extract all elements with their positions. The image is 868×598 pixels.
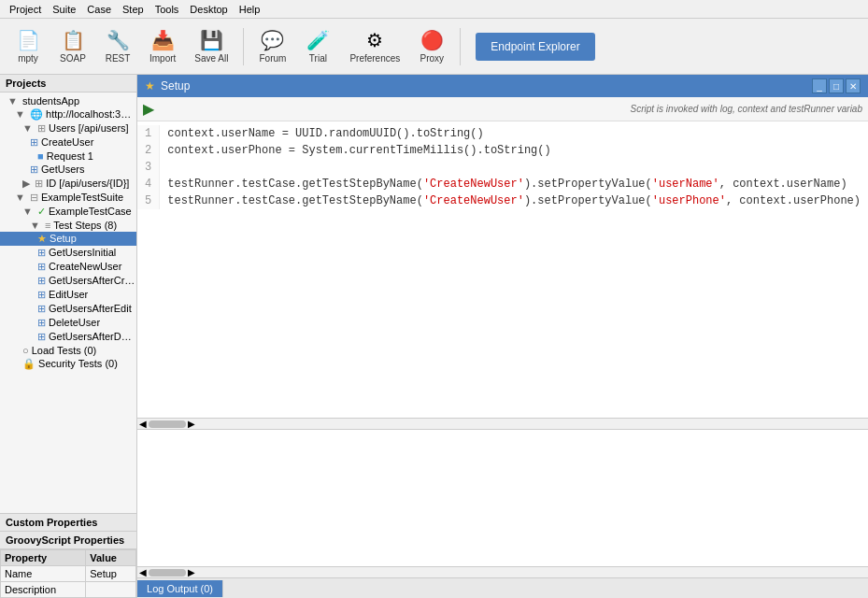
tree-create-new-user[interactable]: ⊞ CreateNewUser xyxy=(0,260,136,274)
tree-example-case[interactable]: ▼ ✓ ExampleTestCase xyxy=(0,205,136,219)
code-line-2: 2 context.userPhone = System.currentTime… xyxy=(137,142,868,159)
tree-users-resource[interactable]: ▼ ⊞ Users [/api/users] xyxy=(0,121,136,135)
tree-get-users-after-delete[interactable]: ⊞ GetUsersAfterDelete xyxy=(0,330,136,344)
output-panel: ◀ ▶ Log Output (0) xyxy=(137,430,868,598)
menu-case[interactable]: Case xyxy=(81,2,117,17)
expand-icon-case: ▼ xyxy=(22,206,33,217)
output-scroll-left[interactable]: ◀ xyxy=(139,567,147,577)
toolbar-rest-btn[interactable]: 🔧 REST xyxy=(97,25,138,67)
expand-icon-steps: ▼ xyxy=(30,220,40,231)
save-all-icon: 💾 xyxy=(200,29,223,51)
expand-icon-users: ▼ xyxy=(22,122,33,134)
line-num-1: 1 xyxy=(137,125,160,142)
steps-icon: ≡ xyxy=(45,220,50,231)
import-label: Import xyxy=(149,53,176,64)
tree-get-users-initial[interactable]: ⊞ GetUsersInitial xyxy=(0,246,136,260)
line-content-4: testRunner.testCase.getTestStepByName('C… xyxy=(160,176,854,192)
tree-users-label: Users [/api/users] xyxy=(49,122,129,134)
toolbar-trial-btn[interactable]: 🧪 Trial xyxy=(297,25,338,67)
close-panel-btn[interactable]: ✕ xyxy=(846,78,861,93)
line-num-3: 3 xyxy=(137,159,160,176)
property-value-cell[interactable]: Setup xyxy=(86,566,136,582)
tree-content: ▼ studentsApp ▼ 🌐 http://localhost:3000 … xyxy=(0,93,136,513)
security-icon: 🔒 xyxy=(22,358,36,369)
output-scroll-thumb[interactable] xyxy=(149,569,186,577)
line-content-5: testRunner.testCase.getTestStepByName('C… xyxy=(160,192,868,209)
scroll-thumb[interactable] xyxy=(149,420,186,428)
panel-controls: _ □ ✕ xyxy=(812,78,861,93)
horizontal-scrollbar[interactable]: ◀ ▶ xyxy=(137,418,868,429)
expand-icon: ▼ xyxy=(7,95,18,107)
output-scroll-right[interactable]: ▶ xyxy=(188,567,195,577)
menu-suite[interactable]: Suite xyxy=(47,2,81,17)
menu-project[interactable]: Project xyxy=(4,2,47,17)
toolbar-forum-btn[interactable]: 💬 Forum xyxy=(251,25,293,67)
tree-get-users[interactable]: ⊞ GetUsers xyxy=(0,163,136,177)
menu-desktop[interactable]: Desktop xyxy=(184,2,233,17)
import-icon: 📥 xyxy=(151,29,175,51)
menu-bar: Project Suite Case Step Tools Desktop He… xyxy=(0,0,868,19)
tree-students-app-label: studentsApp xyxy=(22,95,79,107)
tree-load-tests[interactable]: ○ Load Tests (0) xyxy=(0,344,136,357)
forum-icon: 💬 xyxy=(261,29,284,51)
property-desc-value-cell[interactable] xyxy=(86,582,136,598)
tree-test-steps[interactable]: ▼ ≡ Test Steps (8) xyxy=(0,219,136,232)
preferences-label: Preferences xyxy=(349,53,400,64)
property-col-header: Property xyxy=(1,550,86,566)
code-line-4: 4 testRunner.testCase.getTestStepByName(… xyxy=(137,176,868,192)
minimize-btn[interactable]: _ xyxy=(812,78,827,93)
toolbar-import-btn[interactable]: 📥 Import xyxy=(142,25,183,67)
step-icon-6: ⊞ xyxy=(37,317,46,328)
trial-icon: 🧪 xyxy=(306,29,330,51)
create-user-icon: ⊞ xyxy=(30,136,38,148)
tree-get-users-after-edit[interactable]: ⊞ GetUsersAfterEdit xyxy=(0,302,136,316)
tree-request-1[interactable]: ■ Request 1 xyxy=(0,150,136,163)
restore-btn[interactable]: □ xyxy=(829,78,844,93)
toolbar: 📄 mpty 📋 SOAP 🔧 REST 📥 Import 💾 Save All… xyxy=(0,19,868,75)
tree-example-suite[interactable]: ▼ ⊟ ExampleTestSuite xyxy=(0,191,136,205)
tree-security-tests-label: Security Tests (0) xyxy=(38,358,118,369)
code-editor[interactable]: 1 context.userName = UUID.randomUUID().t… xyxy=(137,121,868,418)
endpoint-explorer-btn[interactable]: Endpoint Explorer xyxy=(476,33,594,61)
custom-properties-header: Custom Properties xyxy=(0,514,136,532)
tree-create-user[interactable]: ⊞ CreateUser xyxy=(0,135,136,150)
tree-delete-user[interactable]: ⊞ DeleteUser xyxy=(0,316,136,330)
tree-get-users-after-create[interactable]: ⊞ GetUsersAfterCreate xyxy=(0,274,136,288)
toolbar-soap-btn[interactable]: 📋 SOAP xyxy=(52,25,93,67)
sidebar-bottom: Custom Properties GroovyScript Propertie… xyxy=(0,513,136,598)
tree-get-users-after-delete-label: GetUsersAfterDelete xyxy=(49,331,136,342)
output-scrollbar[interactable]: ◀ ▶ xyxy=(137,566,868,577)
tree-security-tests[interactable]: 🔒 Security Tests (0) xyxy=(0,357,136,371)
users-resource-icon: ⊞ xyxy=(37,122,46,134)
scroll-right-arrow[interactable]: ▶ xyxy=(188,419,195,429)
scroll-left-arrow[interactable]: ◀ xyxy=(139,419,147,429)
main-layout: Projects ▼ studentsApp ▼ 🌐 http://localh… xyxy=(0,75,868,598)
log-output-tab[interactable]: Log Output (0) xyxy=(137,580,223,597)
soap-icon: 📋 xyxy=(62,29,85,51)
check-icon: ✓ xyxy=(37,206,46,217)
tree-create-user-label: CreateUser xyxy=(41,136,93,148)
groovy-properties-header: GroovyScript Properties xyxy=(0,532,136,549)
toolbar-save-all-btn[interactable]: 💾 Save All xyxy=(187,25,235,67)
toolbar-preferences-btn[interactable]: ⚙ Preferences xyxy=(342,25,407,67)
save-all-label: Save All xyxy=(194,53,228,64)
run-button[interactable]: ▶ xyxy=(143,100,154,118)
toolbar-proxy-btn[interactable]: 🔴 Proxy xyxy=(411,25,452,67)
star-icon: ★ xyxy=(37,233,47,244)
menu-help[interactable]: Help xyxy=(234,2,266,17)
script-toolbar: ▶ Script is invoked with log, context an… xyxy=(137,97,868,121)
tree-setup[interactable]: ★ Setup xyxy=(0,232,136,246)
tree-localhost[interactable]: ▼ 🌐 http://localhost:3000 xyxy=(0,107,136,121)
panel-title: Setup xyxy=(161,79,190,93)
table-row: Name Setup xyxy=(1,566,136,582)
menu-step[interactable]: Step xyxy=(117,2,149,17)
expand-icon-id: ▶ xyxy=(22,178,30,189)
toolbar-empty-btn[interactable]: 📄 mpty xyxy=(7,25,49,67)
line-num-5: 5 xyxy=(137,192,160,209)
tree-id-resource[interactable]: ▶ ⊞ ID [/api/users/{ID}] xyxy=(0,177,136,191)
sidebar-title: Projects xyxy=(6,78,46,89)
tree-students-app[interactable]: ▼ studentsApp xyxy=(0,94,136,107)
menu-tools[interactable]: Tools xyxy=(149,2,185,17)
tree-edit-user[interactable]: ⊞ EditUser xyxy=(0,288,136,302)
script-hint: Script is invoked with log, context and … xyxy=(631,104,862,114)
